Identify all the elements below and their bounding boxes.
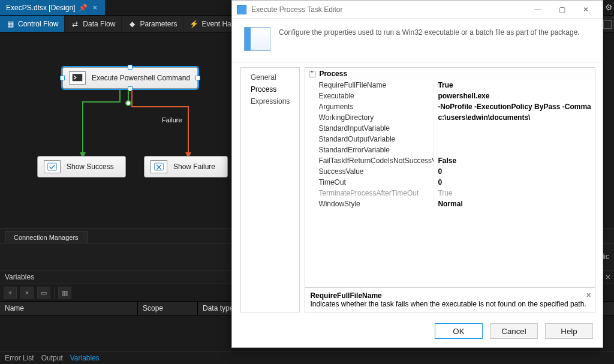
- resize-handle[interactable]: [60, 76, 65, 80]
- help-panel-close-icon[interactable]: ×: [586, 290, 591, 300]
- tab-error-list[interactable]: Error List: [5, 354, 34, 362]
- grid-options-button[interactable]: ▥: [58, 287, 71, 299]
- document-tab-title: ExecPS.dtsx [Design]: [6, 4, 75, 12]
- bottom-tool-tabs: Error List Output Variables: [0, 351, 614, 364]
- col-name[interactable]: Name: [0, 302, 138, 315]
- execute-process-task-editor-dialog: Execute Process Task Editor — ▢ ✕ Config…: [231, 0, 603, 348]
- prop-executable[interactable]: Executablepowershell.exe: [305, 91, 594, 101]
- prop-timeout[interactable]: TimeOut0: [305, 177, 594, 188]
- maximize-button[interactable]: ▢: [550, 1, 574, 18]
- category-expressions[interactable]: Expressions: [241, 95, 299, 107]
- tab-variables[interactable]: Variables: [70, 354, 100, 362]
- svg-point-3: [126, 101, 131, 106]
- svg-rect-0: [73, 74, 83, 81]
- prop-success-value[interactable]: SuccessValue0: [305, 166, 594, 177]
- tab-label: Control Flow: [18, 20, 58, 28]
- prop-window-style[interactable]: WindowStyleNormal: [305, 198, 594, 209]
- execute-process-large-icon: [244, 27, 270, 51]
- connection-managers-tab[interactable]: Connection Managers: [5, 231, 88, 243]
- toolbox-collapsed-icon[interactable]: [603, 20, 612, 29]
- prop-stderr-variable[interactable]: StandardErrorVariable: [305, 145, 594, 155]
- tab-control-flow[interactable]: ▦ Control Flow: [0, 16, 65, 32]
- category-list: General Process Expressions: [240, 67, 300, 312]
- prop-fail-if-nonzero[interactable]: FailTaskIfReturnCodeIsNotSuccessValueFal…: [305, 155, 594, 166]
- minimize-button[interactable]: —: [526, 1, 550, 18]
- variables-close-icon[interactable]: ×: [606, 272, 610, 282]
- connector-success[interactable]: [77, 90, 101, 164]
- add-variable-button[interactable]: +: [4, 287, 17, 299]
- script-task-icon: [151, 160, 167, 173]
- execute-process-icon: [69, 71, 86, 85]
- prop-arguments[interactable]: Arguments-NoProfile -ExecutionPolicy ByP…: [305, 101, 594, 112]
- dialog-titlebar[interactable]: Execute Process Task Editor — ▢ ✕: [232, 1, 603, 19]
- task-label: Show Failure: [173, 163, 215, 171]
- move-variable-button[interactable]: ▭: [37, 287, 50, 299]
- help-property-name: RequireFullFileName: [310, 291, 589, 300]
- dialog-body: General Process Expressions ˅ Process Re…: [232, 62, 603, 317]
- dialog-header: Configure the properties used to run a W…: [232, 19, 603, 62]
- document-tab-active[interactable]: ExecPS.dtsx [Design] 📌 ×: [0, 0, 105, 15]
- connector-failure-label: Failure: [162, 116, 182, 124]
- tab-label: Parameters: [140, 20, 177, 28]
- prop-require-full-filename[interactable]: RequireFullFileNameTrue: [305, 80, 594, 91]
- category-process[interactable]: Process: [241, 83, 299, 95]
- ok-button[interactable]: OK: [435, 323, 483, 339]
- task-show-success[interactable]: Show Success: [37, 156, 126, 178]
- tab-data-flow[interactable]: ⇄ Data Flow: [65, 16, 122, 32]
- close-tab-icon[interactable]: ×: [91, 4, 99, 12]
- category-general[interactable]: General: [241, 71, 299, 83]
- property-category[interactable]: ˅ Process: [305, 68, 594, 80]
- property-help-panel: × RequireFullFileName Indicates whether …: [305, 288, 595, 312]
- pin-icon[interactable]: 📌: [79, 4, 87, 12]
- cancel-button[interactable]: Cancel: [490, 323, 538, 339]
- control-flow-icon: ▦: [6, 20, 14, 28]
- prop-stdout-variable[interactable]: StandardOutputVariable: [305, 134, 594, 145]
- property-pane: ˅ Process RequireFullFileNameTrue Execut…: [305, 67, 595, 312]
- property-grid[interactable]: ˅ Process RequireFullFileNameTrue Execut…: [305, 67, 595, 288]
- resize-handle[interactable]: [195, 76, 200, 80]
- task-label: Show Success: [67, 163, 114, 171]
- svg-rect-5: [48, 163, 57, 170]
- event-handlers-icon: ⚡: [189, 20, 198, 28]
- dialog-title: Execute Process Task Editor: [251, 5, 343, 14]
- task-execute-powershell[interactable]: Execute Powershell Command: [62, 67, 198, 89]
- prop-working-directory[interactable]: WorkingDirectoryc:\users\edwin\documents…: [305, 112, 594, 123]
- help-button[interactable]: Help: [545, 323, 593, 339]
- col-scope[interactable]: Scope: [138, 302, 198, 315]
- tab-label: Data Flow: [83, 20, 115, 28]
- script-task-icon: [44, 160, 61, 173]
- task-show-failure[interactable]: Show Failure: [144, 156, 228, 178]
- task-label: Execute Powershell Command: [92, 74, 190, 82]
- help-property-text: Indicates whether the task fails when th…: [310, 300, 589, 308]
- dialog-description: Configure the properties used to run a W…: [279, 27, 592, 51]
- tab-output[interactable]: Output: [41, 354, 63, 362]
- collapse-toggle-icon[interactable]: ˅: [309, 71, 315, 77]
- close-button[interactable]: ✕: [574, 1, 598, 18]
- dialog-icon: [237, 5, 246, 14]
- dialog-buttons: OK Cancel Help: [232, 317, 603, 347]
- data-flow-icon: ⇄: [71, 20, 79, 28]
- gear-icon[interactable]: ⚙: [605, 2, 613, 12]
- delete-variable-button[interactable]: ×: [20, 287, 34, 299]
- visual-studio-shell: ExecPS.dtsx [Design] 📌 × ⚙ ▦ Control Flo…: [0, 0, 614, 364]
- property-category-label: Process: [319, 70, 347, 78]
- resize-handle[interactable]: [128, 65, 133, 70]
- prop-terminate-after-timeout: TerminateProcessAfterTimeOutTrue: [305, 188, 594, 198]
- connector-failure[interactable]: [131, 90, 203, 164]
- prop-stdin-variable[interactable]: StandardInputVariable: [305, 123, 594, 134]
- parameters-icon: ◆: [128, 20, 136, 28]
- tab-parameters[interactable]: ◆ Parameters: [122, 16, 183, 32]
